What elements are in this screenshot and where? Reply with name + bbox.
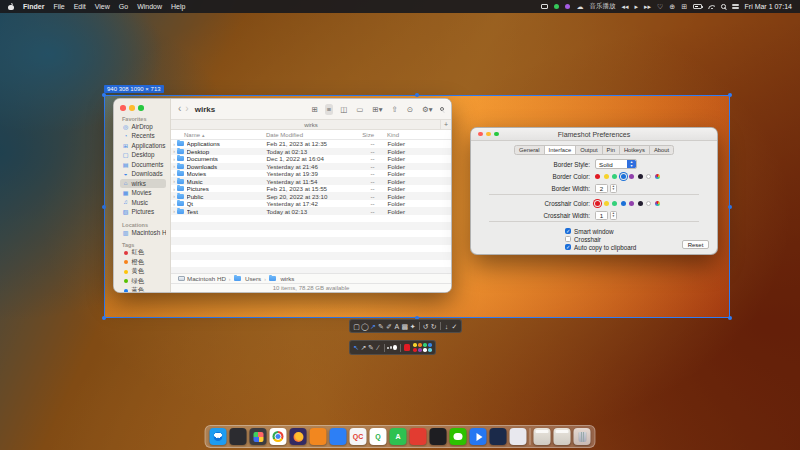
sidebar-item-pictures[interactable]: ▧Pictures xyxy=(120,207,166,217)
crosshair-width-field[interactable]: 1 xyxy=(595,211,608,220)
border-color-swatch[interactable] xyxy=(629,174,634,179)
palette-color-swatch[interactable] xyxy=(423,343,427,347)
trash-dock-icon[interactable] xyxy=(574,428,591,445)
close-button[interactable] xyxy=(120,105,126,111)
finder-tab-bar[interactable]: wirks + xyxy=(171,120,451,130)
back-button[interactable]: ‹ xyxy=(178,104,181,114)
column-header-size[interactable]: Size xyxy=(346,132,379,138)
toolbar-search-icon[interactable] xyxy=(440,107,445,112)
minimized-window-dock-icon[interactable] xyxy=(534,428,551,445)
selection-handle-n[interactable] xyxy=(415,93,419,97)
selection-handle-e[interactable] xyxy=(728,205,732,209)
orange-app-dock-icon[interactable] xyxy=(310,428,327,445)
tab-general[interactable]: General xyxy=(514,145,545,155)
grid-icon[interactable]: ⊞ xyxy=(681,3,687,11)
sidebar-item-macintosh-hd[interactable]: ▥Macintosh HD xyxy=(120,228,166,238)
table-row[interactable]: ›TestToday at 02:13--Folder xyxy=(171,208,451,216)
crosshair-color-swatch[interactable] xyxy=(612,201,617,206)
sidebar-item-wirks[interactable]: ⌂wirks xyxy=(120,179,166,189)
crosshair-color-swatch[interactable] xyxy=(629,201,634,206)
prefs-close-button[interactable] xyxy=(478,132,483,137)
path-segment[interactable]: Macintosh HD xyxy=(178,275,226,282)
pointer-mode-icon[interactable]: ↖ xyxy=(353,344,359,351)
column-header-kind[interactable]: Kind xyxy=(379,132,399,138)
border-width-stepper[interactable]: ▴▾ xyxy=(610,184,617,193)
stroke-size-medium[interactable] xyxy=(390,346,393,349)
menu-item-edit[interactable]: Edit xyxy=(74,3,86,10)
column-header-date[interactable]: Date Modified xyxy=(266,132,346,138)
menu-item-view[interactable]: View xyxy=(95,3,110,10)
border-color-swatch[interactable] xyxy=(655,174,660,179)
media-play-icon[interactable]: ▸ xyxy=(634,3,638,11)
reset-button[interactable]: Reset xyxy=(682,240,709,249)
apple-menu-icon[interactable] xyxy=(8,3,14,10)
sidebar-item-applications[interactable]: ⊞Applications xyxy=(120,141,166,151)
current-color-swatch[interactable] xyxy=(404,344,410,351)
crosshair-color-swatch[interactable] xyxy=(646,201,651,206)
crosshair-color-swatch[interactable] xyxy=(604,201,609,206)
sticker-tool-icon[interactable]: ✦ xyxy=(409,323,416,330)
finder-dock-icon[interactable] xyxy=(210,428,227,445)
sidebar-tag-item[interactable]: 蓝色 xyxy=(120,286,166,292)
wechat-dock-icon[interactable] xyxy=(450,428,467,445)
circle-tool-icon[interactable]: ◯ xyxy=(361,323,369,330)
palette-color-swatch[interactable] xyxy=(428,343,432,347)
border-color-swatch[interactable] xyxy=(621,174,626,179)
qc-app-dock-icon[interactable]: QC xyxy=(350,428,367,445)
menu-item-help[interactable]: Help xyxy=(171,3,185,10)
arrow-mode-icon[interactable]: ↗ xyxy=(360,344,366,351)
palette-color-swatch[interactable] xyxy=(413,343,417,347)
sidebar-item-movies[interactable]: ▦Movies xyxy=(120,188,166,198)
status-purple-icon[interactable] xyxy=(565,4,570,9)
navy-app-dock-icon[interactable] xyxy=(490,428,507,445)
checkbox-row-auto-copy-to-clipboard[interactable]: ✓Auto copy to clipboard xyxy=(565,243,636,251)
border-color-swatch[interactable] xyxy=(595,174,600,179)
minimize-button[interactable] xyxy=(129,105,135,111)
checkbox-row-smart-window[interactable]: ✓Smart window xyxy=(565,227,614,235)
wifi-icon[interactable] xyxy=(708,5,715,9)
finder-tab-title[interactable]: wirks xyxy=(304,122,318,128)
tab-output[interactable]: Output xyxy=(575,145,602,155)
prefs-zoom-button[interactable] xyxy=(494,132,499,137)
menu-item-finder[interactable]: Finder xyxy=(23,3,44,10)
pencil-tool-icon[interactable]: ✎ xyxy=(377,323,384,330)
video-app-dock-icon[interactable] xyxy=(470,428,487,445)
pen-mode-icon[interactable]: ✎ xyxy=(368,344,374,351)
chrome-dock-icon[interactable] xyxy=(270,428,287,445)
selection-handle-nw[interactable] xyxy=(102,93,106,97)
menu-item-file[interactable]: File xyxy=(53,3,64,10)
launchpad-dock-icon[interactable] xyxy=(250,428,267,445)
arrow-tool-icon[interactable]: ↗ xyxy=(369,323,376,330)
sidebar-tag-item[interactable]: 绿色 xyxy=(120,277,166,287)
selection-handle-w[interactable] xyxy=(102,205,106,209)
sidebar-tag-item[interactable]: 黄色 xyxy=(120,267,166,277)
palette-color-swatch[interactable] xyxy=(418,348,422,352)
new-tab-button[interactable]: + xyxy=(440,120,451,129)
undo-icon[interactable]: ↺ xyxy=(422,323,429,330)
crosshair-width-stepper[interactable]: ▴▾ xyxy=(610,211,617,220)
group-by-button[interactable]: ⊞▾ xyxy=(370,104,384,115)
table-row[interactable]: ›QtYesterday at 17:42--Folder xyxy=(171,200,451,208)
crosshair-color-swatch[interactable] xyxy=(595,201,600,206)
battery-icon[interactable] xyxy=(693,4,702,9)
dark-app-dock-icon[interactable] xyxy=(230,428,247,445)
sidebar-tag-item[interactable]: 橙色 xyxy=(120,258,166,268)
action-menu-button[interactable]: ⚙▾ xyxy=(420,104,435,115)
table-row[interactable]: ›MoviesYesterday at 19:39--Folder xyxy=(171,170,451,178)
table-row[interactable]: ›DownloadsYesterday at 21:46--Folder xyxy=(171,163,451,171)
checkbox-row-crosshair[interactable]: Crosshair xyxy=(565,235,601,243)
black-app-dock-icon[interactable] xyxy=(430,428,447,445)
sidebar-item-recents[interactable]: ◔Recents xyxy=(120,131,166,141)
display-icon[interactable] xyxy=(541,4,548,9)
control-center-icon[interactable] xyxy=(732,4,739,9)
gallery-view-button[interactable]: ▭ xyxy=(354,104,365,115)
selection-handle-se[interactable] xyxy=(728,316,732,320)
table-row[interactable]: ›PicturesFeb 21, 2023 at 15:55--Folder xyxy=(171,185,451,193)
media-previous-icon[interactable]: ◂◂ xyxy=(621,3,628,11)
media-next-icon[interactable]: ▸▸ xyxy=(644,3,651,11)
table-row[interactable]: ›DocumentsDec 1, 2022 at 16:04--Folder xyxy=(171,155,451,163)
tags-button[interactable]: ⊙ xyxy=(405,104,415,115)
palette-color-swatch[interactable] xyxy=(418,343,422,347)
border-color-swatch[interactable] xyxy=(638,174,643,179)
firefox-dock-icon[interactable] xyxy=(290,428,307,445)
